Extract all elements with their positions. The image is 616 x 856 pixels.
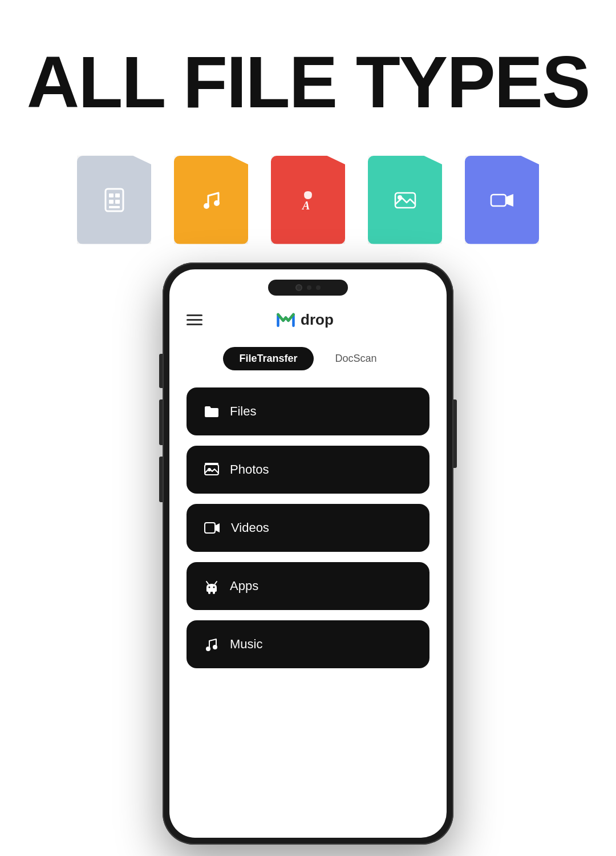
svg-point-7 [214, 200, 220, 206]
svg-rect-5 [109, 206, 120, 208]
video-icon [204, 520, 221, 536]
file-icons-row: A [0, 154, 616, 245]
svg-point-16 [209, 587, 210, 588]
app-header: drop [187, 309, 429, 330]
logo-icon [275, 309, 296, 330]
svg-rect-1 [109, 193, 114, 197]
phone-screen: drop FileTransfer DocScan Files [169, 269, 447, 838]
menu-btn-apps[interactable]: Apps [187, 562, 429, 610]
app-logo-text: drop [301, 311, 334, 329]
music-icon [204, 636, 220, 652]
svg-rect-11 [491, 195, 506, 206]
svg-point-17 [213, 587, 215, 588]
menu-label-files: Files [230, 404, 256, 419]
file-icon-pdf: A [268, 154, 348, 245]
menu-label-music: Music [230, 637, 262, 652]
svg-rect-12 [205, 465, 218, 475]
app-tabs: FileTransfer DocScan [187, 347, 429, 370]
photo-icon [204, 462, 220, 478]
app-logo: drop [275, 309, 334, 330]
menu-label-apps: Apps [230, 579, 258, 593]
tab-docscan[interactable]: DocScan [319, 347, 393, 370]
menu-label-photos: Photos [230, 462, 269, 477]
menu-btn-photos[interactable]: Photos [187, 446, 429, 494]
folder-icon [204, 403, 220, 419]
svg-rect-15 [205, 523, 215, 533]
file-icon-audio [171, 154, 251, 245]
svg-point-19 [213, 645, 217, 649]
phone-notch [268, 280, 348, 296]
svg-rect-2 [115, 193, 120, 197]
menu-label-videos: Videos [231, 520, 269, 535]
menu-buttons: Files Photos [187, 387, 429, 826]
menu-btn-files[interactable]: Files [187, 387, 429, 435]
file-icon-sim [74, 154, 154, 245]
tab-filetransfer[interactable]: FileTransfer [223, 347, 313, 370]
svg-rect-13 [205, 463, 218, 465]
hamburger-menu[interactable] [187, 314, 202, 325]
file-icon-video [462, 154, 542, 245]
menu-btn-music[interactable]: Music [187, 620, 429, 668]
phone-mockup: drop FileTransfer DocScan Files [163, 263, 453, 845]
file-icon-image [365, 154, 445, 245]
svg-rect-4 [115, 200, 120, 204]
svg-rect-3 [109, 200, 114, 204]
android-icon [204, 578, 220, 594]
svg-text:A: A [301, 199, 310, 212]
svg-point-18 [206, 647, 210, 651]
menu-btn-videos[interactable]: Videos [187, 504, 429, 552]
page-title: ALL FILE TYPES [0, 46, 616, 119]
svg-point-6 [204, 203, 209, 209]
